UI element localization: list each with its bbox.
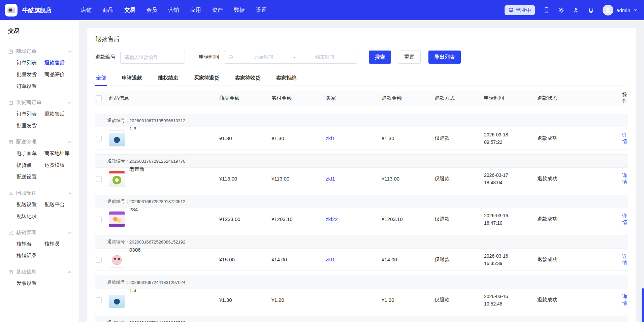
tab-卖家待收货[interactable]: 卖家待收货 [234,72,261,86]
tab-维权结束[interactable]: 维权结束 [157,72,179,86]
sidebar-item[interactable]: 电子面单 [17,148,44,159]
sidebar-item[interactable]: 提货点 [17,159,44,171]
end-time-placeholder[interactable]: 结束时间 [296,54,353,60]
sidebar-section-header[interactable]: 同城配送 [8,189,72,198]
buyer-link[interactable]: zkf1 [326,257,335,262]
sidebar-item[interactable]: 批量发货 [17,120,44,132]
refund-status: 退款成功 [537,256,622,263]
sidebar-item[interactable]: 配送设置 [17,171,44,183]
tab-卖家拒绝[interactable]: 卖家拒绝 [276,72,297,86]
scrollbar-thumb[interactable] [642,288,644,322]
nav-item[interactable]: 交易 [125,5,135,15]
buyer-link[interactable]: zkf1 [326,135,335,141]
sidebar-item[interactable]: 订单列表 [17,108,44,120]
refund-no-label: 退款编号 [95,54,116,60]
paid-amount: ¥1.20 [271,297,326,303]
rocket-icon[interactable] [573,7,579,13]
sidebar-section-header[interactable]: 基础信息 [8,267,72,277]
sidebar-item[interactable]: 运费模板 [44,159,72,171]
tab-申请退款[interactable]: 申请退款 [121,72,143,86]
detail-link[interactable]: 详情 [622,253,627,265]
sidebar-item[interactable]: 订单列表 [17,57,44,69]
delivery-icon [8,139,13,145]
tab-全部[interactable]: 全部 [95,72,107,86]
username: admin [616,7,630,13]
nav-item[interactable]: 资产 [212,5,223,15]
sidebar-item[interactable]: 批量发货 [17,69,44,80]
refund-no-prefix: 退款编号： [107,118,129,124]
sidebar-section-header[interactable]: 供货商订单 [8,98,72,107]
sidebar-item[interactable]: 订单设置 [17,80,44,92]
sidebar-item[interactable]: 核销员 [44,238,72,250]
start-time-placeholder[interactable]: 开始时间 [235,54,292,60]
sidebar-item[interactable]: 配送记录 [17,211,44,222]
nav-item[interactable]: 设置 [256,5,267,15]
product-name: 1.3 [129,287,136,293]
product-name: 234 [129,206,138,212]
refund-no-prefix: 退款编号： [107,158,129,164]
bell-icon[interactable] [588,7,594,13]
user-menu[interactable]: admin [603,5,638,15]
date-range-picker[interactable]: 开始时间 - 结束时间 [224,51,357,64]
nav-item[interactable]: 营销 [168,5,179,15]
row-checkbox[interactable] [96,297,102,303]
refund-no-input[interactable] [120,51,185,64]
paid-amount: ¥1.30 [271,135,326,141]
column-header: 买家 [326,95,382,101]
nav-item[interactable]: 店铺 [81,5,92,15]
mobile-icon[interactable] [543,7,550,13]
goods-amount: ¥1233.00 [219,216,271,222]
table-row: 老带新¥113.00¥113.00zkf1¥113.00仅退款2026-03-1… [95,168,628,190]
sidebar-section-header[interactable]: 核销管理 [8,228,72,237]
avatar [603,5,613,15]
row-checkbox[interactable] [96,176,102,182]
select-all-checkbox[interactable] [96,95,102,101]
detail-link[interactable]: 详情 [622,294,627,306]
product-image [109,211,125,227]
detail-link[interactable]: 详情 [622,132,627,144]
sidebar-item[interactable]: 退款售后 [44,57,72,69]
row-checkbox[interactable] [96,217,102,222]
sidebar-item[interactable]: 配送设置 [17,199,44,211]
sidebar-item[interactable]: 核销台 [17,238,44,250]
sidebar-section-header[interactable]: 商城订单 [8,47,72,56]
refund-status: 退款成功 [537,135,622,141]
sidebar-item[interactable]: 核销记录 [17,250,44,262]
buyer-link[interactable]: zkf22 [326,216,338,222]
sidebar-section-header[interactable]: 配送管理 [8,137,72,147]
refund-order-number: 退款编号：20260318673135996813312 [95,114,628,127]
sidebar-item[interactable]: 商品评价 [44,69,72,80]
product-image [109,171,125,187]
clock-icon [228,55,233,60]
detail-link[interactable]: 详情 [622,213,627,225]
row-checkbox[interactable] [96,257,102,263]
sidebar-section-title: 基础信息 [16,269,36,275]
buyer-link[interactable]: zkf1 [326,176,335,182]
refund-group: 退款编号：202603166724418312970241.3¥1.30¥1.2… [95,276,628,311]
settings-icon[interactable] [558,7,565,13]
sidebar-item[interactable]: 配送平台 [44,199,72,211]
sidebar-item[interactable]: 退款售后 [44,108,72,120]
product-image [109,252,125,268]
column-header: 退款状态 [537,95,622,101]
search-button[interactable]: 搜索 [369,51,391,64]
nav-item[interactable]: 数据 [234,5,245,15]
sidebar-item[interactable]: 发票设置 [17,278,44,289]
shop-status-badge[interactable]: 营业中 [505,5,535,15]
nav-item[interactable]: 应用 [190,5,201,15]
nav-item[interactable]: 商品 [103,5,114,15]
apply-time: 2026-03-1616:35:39 [484,252,537,267]
sidebar-section: 商城订单订单列表退款售后批量发货商品评价订单设置 [8,47,72,92]
chevron-down-icon [633,8,638,12]
nav-item[interactable]: 会员 [147,5,157,15]
reset-button[interactable]: 重置 [398,51,421,64]
product-name: 0306 [129,247,140,253]
row-checkbox[interactable] [96,136,102,141]
refund-card: 退款售后 退款编号 申请时间 开始时间 - 结束时间 搜索 重置 导出列表 全部… [87,28,636,322]
export-button[interactable]: 导出列表 [428,51,461,64]
apply-time: 2026-03-1616:47:10 [484,212,537,227]
refund-status: 退款成功 [537,297,622,303]
detail-link[interactable]: 详情 [622,172,627,185]
sidebar-item[interactable]: 商家地址库 [44,148,72,159]
tab-买家待退货[interactable]: 买家待退货 [193,72,220,86]
